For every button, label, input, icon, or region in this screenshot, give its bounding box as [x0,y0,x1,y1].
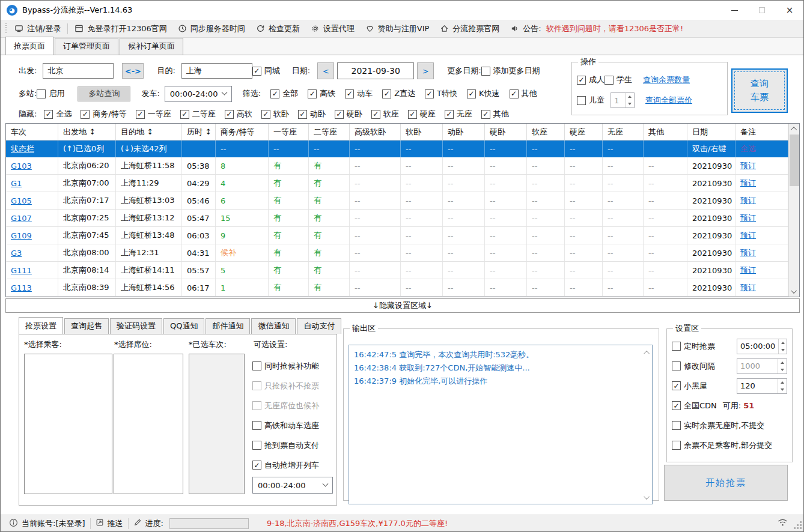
tab-bottom-1[interactable]: 查询起售 [64,318,109,334]
train-number-link[interactable]: G113 [11,283,32,292]
maximize-button[interactable] [748,1,776,20]
swap-stations-button[interactable]: <-> [122,63,144,79]
date-input[interactable]: 2021-09-30 [337,62,414,79]
column-header-2[interactable]: 目的地 ↕ [116,124,182,140]
column-header-1[interactable]: 出发地 ↕ [58,124,116,140]
scroll-up-button[interactable] [645,348,650,357]
scrollbar-thumb[interactable] [790,135,799,186]
tab-bottom-3[interactable]: QQ通知 [163,318,204,334]
table-row-G1[interactable]: G1北京南07:00上海11:2904:294有有---------------… [6,175,788,192]
query-tickets-button[interactable]: 查询 车票 [731,68,788,113]
train-number-link[interactable]: G3 [11,249,22,258]
column-header-7[interactable]: 高级软卧 [350,124,401,140]
table-status-row[interactable]: 状态栏(↑)已选0列(↓)未选42列--------------------双击… [6,141,788,157]
hide-checkbox-8[interactable]: ✓软座 [371,109,399,119]
child-count-spinner[interactable]: 1 [611,92,635,108]
column-header-8[interactable]: 软卧 [401,124,443,140]
column-header-13[interactable]: 无座 [603,124,644,140]
filter-checkbox-2[interactable]: ✓动车 [345,88,373,99]
column-header-4[interactable]: 商务/特等 [216,124,269,140]
tab-bottom-4[interactable]: 邮件通知 [206,318,250,334]
selected-trains-listbox[interactable] [189,354,245,494]
column-header-14[interactable]: 其他 [644,124,687,140]
book-link[interactable]: 预订 [740,195,756,206]
hide-checkbox-4[interactable]: ✓高软 [225,109,252,119]
column-header-5[interactable]: 一等座 [269,124,309,140]
prev-date-button[interactable]: < [317,62,334,79]
option-checkbox-0[interactable]: 同时抢候补功能 [252,356,334,376]
hide-checkbox-5[interactable]: ✓软卧 [261,109,289,119]
book-link[interactable]: 预订 [740,213,756,223]
output-log[interactable]: 16:42:47:5 查询完毕，本次查询共用时:532毫秒。16:42:38:4… [349,345,653,504]
column-header-15[interactable]: 日期 [687,124,735,140]
add-more-dates-checkbox[interactable]: 添加更多日期 [481,65,540,76]
tab-bottom-0[interactable]: 抢票设置 [19,317,63,334]
select-all-link[interactable]: 全选 [740,144,756,154]
tab-main-1[interactable]: 订单管理页面 [55,38,118,55]
train-number-link[interactable]: G1 [11,179,22,188]
blackroom-checkbox[interactable]: ✓小黑屋 [672,381,707,391]
interval-spinner[interactable]: 1000 [737,358,787,374]
train-number-link[interactable]: G105 [11,196,32,205]
option-checkbox-5[interactable]: ✓自动抢增开列车 [252,455,334,475]
hide-checkbox-2[interactable]: ✓一等座 [136,109,171,119]
train-number-link[interactable]: G103 [11,162,32,171]
filter-checkbox-0[interactable]: ✓全部 [270,88,298,99]
same-city-checkbox[interactable]: ✓同城 [252,65,280,76]
hide-checkbox-3[interactable]: ✓二等座 [180,109,216,119]
timed-grab-spinner[interactable]: 05:00:00 [737,339,787,354]
book-link[interactable]: 预订 [740,230,756,241]
status-cell-16[interactable]: 全选 [735,141,788,157]
status-bar-link[interactable]: 状态栏 [11,144,34,154]
table-row-G3[interactable]: G3北京南08:00上海12:3104:31候补有有--------------… [6,244,788,262]
interval-checkbox[interactable]: 修改间隔 [672,361,715,372]
dest-input[interactable]: 上海 [181,63,252,79]
query-remaining-link[interactable]: 查询余票数量 [643,74,690,85]
hide-checkbox-1[interactable]: ✓商务/特等 [81,109,126,119]
toolbar-item-set-proxy[interactable]: 设置代理 [305,23,360,34]
toolbar-item-check-update[interactable]: 检查更新 [251,23,305,34]
student-checkbox[interactable]: 学生 [605,74,632,85]
column-header-9[interactable]: 动卧 [443,124,485,140]
scroll-up-button[interactable] [789,124,800,134]
table-row-G113[interactable]: G113北京南08:39上海虹桥14:5606:171有有-----------… [6,279,788,297]
adult-checkbox[interactable]: ✓成人 [577,74,605,85]
filter-checkbox-3[interactable]: ✓Z直达 [382,88,415,99]
column-header-12[interactable]: 硬座 [565,124,603,140]
status-cell-0[interactable]: 状态栏 [6,141,58,157]
no-seat-checkbox[interactable]: 实时余票无座时,不提交 [672,420,764,431]
scroll-down-button[interactable] [645,492,650,501]
hide-checkbox-11[interactable]: ✓其他 [481,109,509,119]
option-checkbox-4[interactable]: 抢到票自动支付 [252,435,334,455]
minimize-button[interactable] [720,1,748,20]
hide-checkbox-9[interactable]: ✓硬座 [408,109,436,119]
query-all-prices-link[interactable]: 查询全部票价 [645,95,692,106]
passenger-listbox[interactable] [24,354,112,494]
hide-checkbox-7[interactable]: ✓硬卧 [335,109,362,119]
depart-time-select[interactable]: 00:00-24:00 [165,86,232,102]
hide-settings-divider[interactable]: ↓隐藏设置区域↓ [5,298,800,313]
grab-time-range-select[interactable]: 00:00-24:00 [252,477,333,494]
column-header-16[interactable]: 备注 [735,124,788,140]
column-header-11[interactable]: 软座 [527,124,565,140]
tab-bottom-2[interactable]: 验证码设置 [110,318,162,334]
table-scrollbar[interactable] [788,124,799,297]
depart-input[interactable]: 北京 [43,63,114,79]
tab-main-2[interactable]: 候补订单页面 [120,38,183,55]
option-checkbox-3[interactable]: 高铁和动车选座 [252,416,334,435]
toolbar-item-official-site[interactable]: 分流抢票官网 [434,23,505,34]
column-header-10[interactable]: 硬卧 [485,124,527,140]
child-checkbox[interactable]: 儿童 [577,95,605,106]
partial-submit-checkbox[interactable]: 余票不足乘客时,部分提交 [672,440,772,451]
column-header-6[interactable]: 二等座 [309,124,350,140]
book-link[interactable]: 预订 [740,265,756,276]
book-link[interactable]: 预订 [740,160,756,171]
table-row-G103[interactable]: G103北京南06:20上海虹桥11:5805:388有有-----------… [6,157,788,175]
filter-checkbox-4[interactable]: ✓T特快 [425,88,457,99]
book-link[interactable]: 预订 [740,282,756,293]
table-row-G105[interactable]: G105北京南07:17上海虹桥13:0305:466有有-----------… [6,192,788,210]
table-row-G107[interactable]: G107北京南07:25上海虹桥13:1205:4715有有----------… [6,210,788,227]
tab-main-0[interactable]: 抢票页面 [5,37,53,55]
filter-checkbox-1[interactable]: ✓高铁 [308,88,335,99]
train-number-link[interactable]: G109 [11,231,32,240]
